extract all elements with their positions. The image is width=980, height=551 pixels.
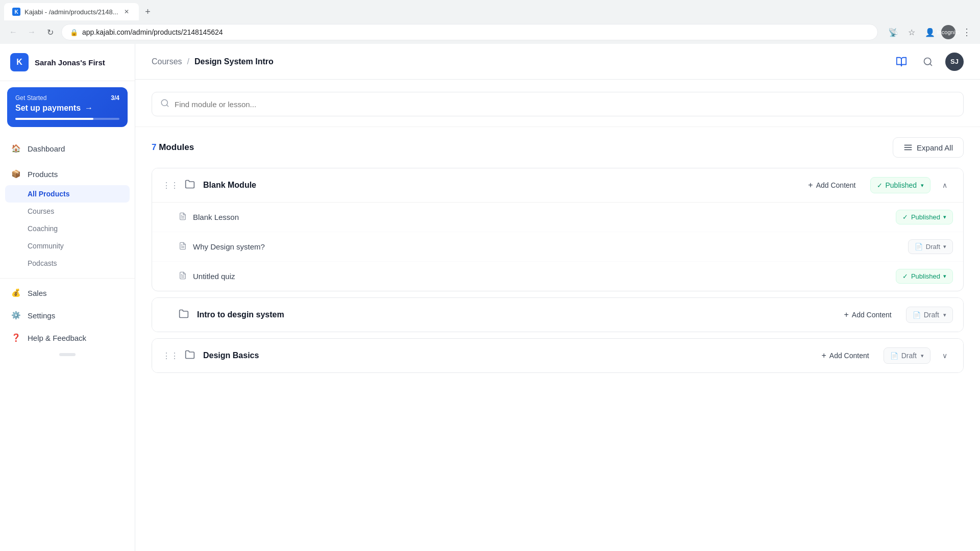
collapse-button-blank-module[interactable]: ∧ — [937, 177, 953, 193]
search-icon — [160, 98, 169, 110]
url-text: app.kajabi.com/admin/products/2148145624 — [82, 28, 869, 36]
status-text: Published — [911, 213, 940, 221]
modules-count: 7 Modules — [152, 142, 194, 153]
tab-title: Kajabi - /admin/products/2148... — [24, 8, 118, 16]
module-search-bar[interactable] — [152, 92, 964, 116]
browser-toolbar: ← → ↻ 🔒 app.kajabi.com/admin/products/21… — [0, 20, 980, 44]
svg-line-3 — [166, 105, 168, 106]
book-icon-button[interactable] — [892, 53, 911, 71]
user-avatar[interactable]: SJ — [945, 53, 964, 71]
scroll-indicator — [59, 353, 76, 356]
breadcrumb-parent[interactable]: Courses — [152, 57, 182, 66]
status-badge-blank-module[interactable]: ✓ Published ▾ — [870, 177, 931, 193]
search-input[interactable] — [175, 100, 955, 109]
more-options-button[interactable]: ⋮ — [960, 25, 974, 39]
lesson-status-why-design[interactable]: 📄 Draft ▾ — [908, 239, 953, 254]
module-item-blank-module: ⋮⋮ Blank Module + Add Content ✓ — [152, 168, 964, 291]
sidebar-item-courses[interactable]: Courses — [0, 203, 135, 220]
sidebar-nav: 🏠 Dashboard 📦 Products All Products Cour… — [0, 133, 135, 551]
plus-icon: + — [808, 181, 813, 190]
incognito-avatar[interactable]: Incognito — [941, 25, 955, 39]
tab-favicon: K — [12, 8, 20, 16]
add-content-button-intro[interactable]: + Add Content — [836, 306, 899, 323]
drag-handle[interactable]: ⋮⋮ — [162, 351, 179, 361]
kajabi-logo-icon: K — [10, 53, 29, 71]
sidebar-item-coaching[interactable]: Coaching — [0, 220, 135, 237]
lesson-status-blank-lesson[interactable]: ✓ Published ▾ — [896, 210, 953, 224]
sidebar-item-all-products[interactable]: All Products — [5, 185, 130, 203]
sidebar-item-products[interactable]: 📦 Products — [0, 163, 135, 185]
draft-doc-icon: 📄 — [913, 311, 921, 319]
sidebar-label-help: Help & Feedback — [28, 334, 125, 342]
expand-all-label: Expand All — [917, 143, 953, 152]
dashboard-icon: 🏠 — [10, 143, 21, 154]
modules-header: 7 Modules Expand All — [135, 127, 980, 168]
onboarding-label: Get Started — [15, 94, 46, 102]
module-name-intro: Intro to desgin system — [197, 310, 829, 319]
sidebar-item-help[interactable]: ❓ Help & Feedback — [0, 327, 135, 349]
profile-manager-icon[interactable]: 👤 — [923, 25, 937, 39]
onboarding-arrow-icon: → — [85, 104, 93, 113]
expand-all-button[interactable]: Expand All — [893, 137, 964, 158]
onboarding-card[interactable]: Get Started 3/4 Set up payments → — [7, 87, 128, 127]
status-badge-design-basics[interactable]: 📄 Draft ▾ — [884, 347, 930, 364]
chevron-down-icon: ▾ — [943, 243, 946, 250]
sidebar-item-sales[interactable]: 💰 Sales — [0, 282, 135, 304]
expand-button-design-basics[interactable]: ∨ — [937, 347, 953, 364]
chevron-down-icon: ▾ — [921, 353, 924, 359]
forward-button[interactable]: → — [24, 25, 39, 39]
close-tab-button[interactable]: ✕ — [122, 8, 131, 16]
lesson-item-why-design: Why Design system? 📄 Draft ▾ — [152, 232, 963, 262]
lesson-doc-icon — [179, 242, 187, 252]
reload-button[interactable]: ↻ — [43, 25, 57, 39]
lesson-item-blank-lesson: Blank Lesson ✓ Published ▾ — [152, 203, 963, 232]
org-name: Sarah Jonas's First — [35, 58, 105, 67]
lesson-item-untitled-quiz: Untitled quiz ✓ Published ▾ — [152, 262, 963, 291]
breadcrumb-separator: / — [187, 57, 189, 66]
bookmark-icon[interactable]: ☆ — [904, 25, 919, 39]
sidebar-label-products: Products — [28, 170, 125, 179]
address-bar[interactable]: 🔒 app.kajabi.com/admin/products/21481456… — [61, 24, 878, 40]
draft-doc-icon: 📄 — [915, 243, 923, 251]
content-area: 7 Modules Expand All ⋮⋮ — [135, 80, 980, 551]
help-icon: ❓ — [10, 332, 21, 343]
sidebar-item-dashboard[interactable]: 🏠 Dashboard — [0, 137, 135, 160]
module-name-design-basics: Design Basics — [203, 351, 807, 360]
breadcrumb: Courses / Design System Intro — [152, 57, 274, 66]
active-tab[interactable]: K Kajabi - /admin/products/2148... ✕ — [4, 3, 139, 20]
search-button[interactable] — [919, 53, 937, 71]
module-item-intro-to-design: Intro to desgin system + Add Content 📄 D… — [152, 297, 964, 332]
module-header-intro-to-design: Intro to desgin system + Add Content 📄 D… — [152, 298, 963, 332]
add-content-button-blank-module[interactable]: + Add Content — [800, 177, 864, 194]
svg-line-1 — [930, 63, 932, 65]
sidebar-item-community[interactable]: Community — [0, 237, 135, 255]
folder-icon — [185, 349, 195, 362]
sidebar-item-podcasts[interactable]: Podcasts — [0, 255, 135, 272]
sidebar-item-settings[interactable]: ⚙️ Settings — [0, 304, 135, 327]
plus-icon: + — [821, 351, 826, 360]
onboarding-fraction: 3/4 — [111, 94, 119, 102]
lesson-name-untitled-quiz: Untitled quiz — [193, 272, 890, 281]
module-header-design-basics: ⋮⋮ Design Basics + Add Content 📄 — [152, 339, 963, 372]
cast-icon[interactable]: 📡 — [886, 25, 900, 39]
chevron-down-icon: ▾ — [943, 312, 946, 318]
status-badge-intro[interactable]: 📄 Draft ▾ — [906, 307, 953, 323]
back-button[interactable]: ← — [6, 25, 20, 39]
onboarding-progress-fill — [15, 118, 93, 120]
top-header: Courses / Design System Intro — [135, 44, 980, 80]
sidebar-divider — [0, 278, 135, 279]
sales-icon: 💰 — [10, 287, 21, 298]
lesson-name-blank-lesson: Blank Lesson — [193, 213, 890, 221]
drag-handle[interactable]: ⋮⋮ — [162, 181, 179, 190]
header-actions: SJ — [892, 53, 964, 71]
draft-doc-icon: 📄 — [890, 352, 898, 360]
expand-all-icon — [903, 143, 913, 152]
sidebar-label-settings: Settings — [28, 311, 125, 320]
add-content-label: Add Content — [852, 311, 892, 319]
book-icon — [896, 56, 907, 67]
onboarding-title: Set up payments → — [15, 104, 119, 113]
add-content-button-design-basics[interactable]: + Add Content — [813, 347, 877, 364]
lesson-status-untitled-quiz[interactable]: ✓ Published ▾ — [896, 269, 953, 284]
new-tab-button[interactable]: + — [141, 5, 155, 19]
check-icon: ✓ — [902, 272, 908, 280]
